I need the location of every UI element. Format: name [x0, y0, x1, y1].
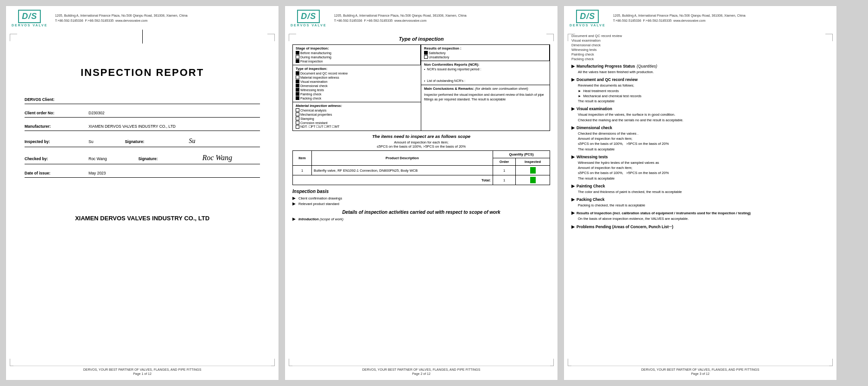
section-packing: ▶ Packing Check Packing is checked, the … [571, 197, 829, 208]
product-desc: Butterfly valve, RF EN1092-1 Connection,… [311, 166, 493, 175]
logo2: D/S DERVOS VALVE [291, 10, 327, 27]
section-witnessing: ▶ Witnessing tests Witnessed the hydro t… [571, 155, 829, 181]
total-inspected-indicator [530, 177, 536, 183]
logo-subtitle: DERVOS VALVE [12, 24, 48, 27]
col-item: Item [293, 151, 312, 166]
page-title: INSPECTION REPORT [25, 67, 260, 79]
section-problems: ▶ Problems Pending (Areas of Concern, Pu… [571, 224, 829, 229]
details-title: Details of inspection activities carried… [292, 210, 550, 215]
page-3: D/S DERVOS VALVE 1205, Building A, Inter… [564, 6, 837, 380]
logo3: D/S DERVOS VALVE [570, 10, 606, 27]
basis-item-2: ▶ Relevant product standard [292, 201, 550, 206]
page1-footer: DERVOS, YOUR BEST PARTNER OF VALVES, FLA… [6, 366, 279, 375]
table-row: 1 Butterfly valve, RF EN1092-1 Connectio… [293, 166, 550, 175]
page-2: D/S DERVOS VALVE 1205, Building A, Inter… [285, 6, 558, 380]
top-items-list: Document and QC record review Visual exa… [571, 34, 829, 61]
basis-item-1: ▶ Client confirmation drawings [292, 196, 550, 200]
inspected-by-field: Inspected by: Su Signature: Su [25, 137, 260, 147]
col-inspected: Inspected [516, 158, 550, 166]
page2-content: Type of inspection Stage of inspection: … [285, 30, 558, 226]
header-contact-2: 1205, Building A, International Finance … [334, 13, 467, 23]
page2-header: D/S DERVOS VALVE 1205, Building A, Inter… [285, 6, 558, 30]
manufacturer-field: Manufacturer: XIAMEN DERVOS VALVES INDUS… [25, 124, 260, 131]
page2-footer: DERVOS, YOUR BEST PARTNER OF VALVES, FLA… [285, 366, 558, 375]
type-of-inspection-title: Type of inspection [292, 36, 550, 42]
col-product: Product Description [311, 151, 493, 166]
section-painting: ▶ Painting Check The color and thickness… [571, 184, 829, 194]
client-field: DERVOS Client: [25, 97, 260, 104]
total-row: Total: 1 [293, 175, 550, 185]
inspection-table: Item Product Description Quantity (PCS) … [292, 150, 550, 185]
page3-content: Document and QC record review Visual exa… [564, 30, 836, 236]
company-bottom: XIAMEN DERVOS VALVES INDUSTRY CO., LTD [25, 215, 260, 222]
scope-note: Amount of inspection for each item; ≤5PC… [292, 140, 550, 149]
logo: D/S DERVOS VALVE [12, 10, 48, 27]
page3-header: D/S DERVOS VALVE 1205, Building A, Inter… [564, 6, 836, 30]
section-dimensional: ▶ Dimensional check Checked the dimensio… [571, 125, 829, 152]
section-document-qc: ▶ Document and QC record review Reviewed… [571, 77, 829, 104]
checked-by-field: Checked by: Roc Wang Signature: Roc Wang [25, 154, 260, 164]
section-manufacturing: ▶ Manufacturing Progress Status (Quantit… [571, 64, 829, 75]
page3-footer: DERVOS, YOUR BEST PARTNER OF VALVES, FLA… [564, 366, 836, 375]
inspected-signature: Su [189, 137, 195, 145]
inspection-type-box: Stage of inspection: Before manufacturin… [292, 44, 550, 131]
col-quantity: Quantity (PCS) [493, 151, 550, 158]
logo-text: D/S [22, 12, 37, 21]
page1-content: INSPECTION REPORT DERVOS Client: Client … [6, 44, 279, 231]
inspection-basis-title: Inspection basis [292, 189, 550, 194]
header-contact-3: 1205, Building A, International Finance … [613, 13, 746, 23]
date-field: Date of issue: May 2023 [25, 171, 260, 178]
section-results: ▶ Results of Inspection (incl. calibrati… [571, 211, 829, 221]
intro-item: ▶ Introduction (scope of work) [292, 217, 550, 221]
inspected-indicator [530, 167, 536, 174]
order-field: Client order No: D230302 [25, 111, 260, 118]
checked-signature: Roc Wang [202, 154, 232, 162]
section-visual: ▶ Visual examination Visual inspection o… [571, 106, 829, 123]
col-order: Order [493, 158, 515, 166]
items-scope-title: The items need to inspect are as follows… [292, 134, 550, 139]
page-1: D/S DERVOS VALVE 1205, Building A, Inter… [6, 6, 279, 380]
header-contact: 1205, Building A, International Finance … [55, 13, 188, 23]
page1-header: D/S DERVOS VALVE 1205, Building A, Inter… [6, 6, 279, 30]
